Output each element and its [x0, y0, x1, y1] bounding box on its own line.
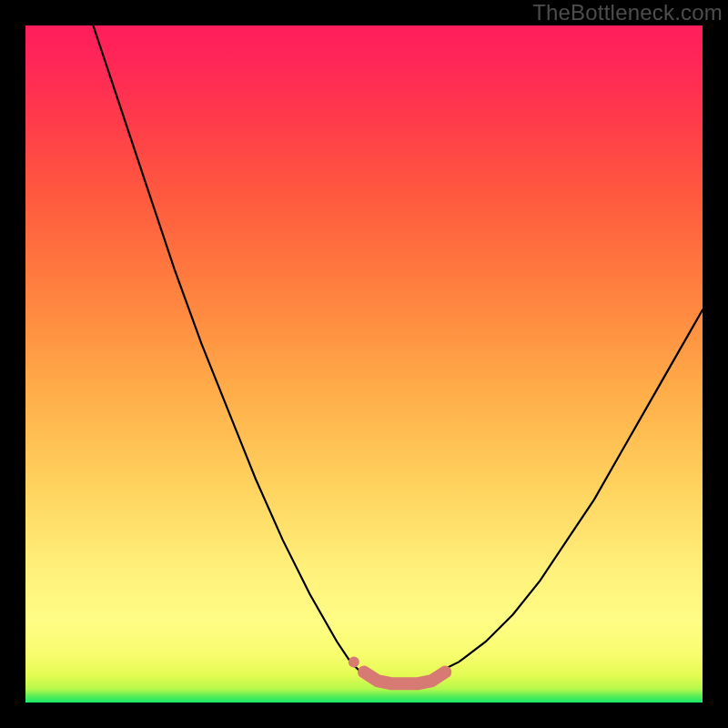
right-curve [419, 310, 703, 682]
left-curve [93, 25, 378, 682]
outer-frame: TheBottleneck.com [0, 0, 728, 728]
watermark-text: TheBottleneck.com [532, 0, 723, 25]
curve-overlay [25, 25, 703, 703]
marker-dot [349, 656, 359, 667]
marker-bottom [364, 672, 445, 684]
